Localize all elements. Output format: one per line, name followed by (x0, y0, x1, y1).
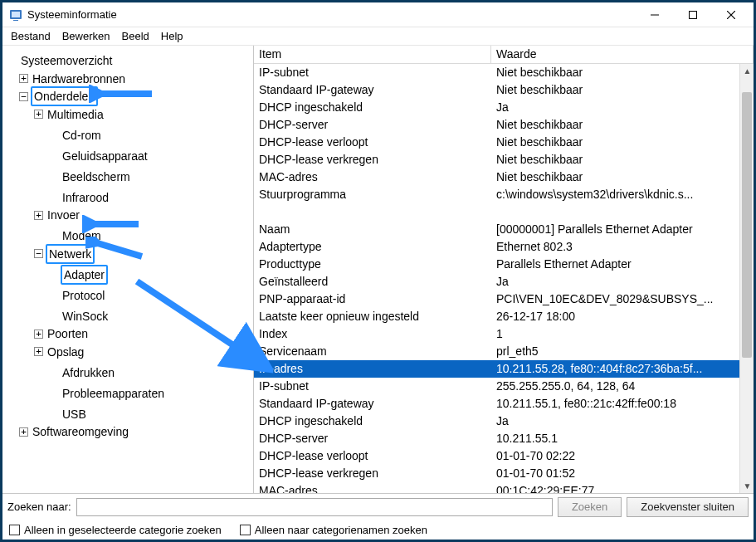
maximize-button[interactable] (674, 2, 712, 27)
expand-icon[interactable]: + (34, 347, 43, 356)
checkbox-icon (240, 525, 251, 535)
scroll-down-icon[interactable]: ▼ (740, 479, 754, 493)
tree-storage[interactable]: Opslag (46, 344, 85, 360)
table-row[interactable]: DHCP-serverNiet beschikbaar (254, 116, 739, 134)
table-row[interactable]: IP-subnetNiet beschikbaar (254, 64, 739, 81)
tree-infrared[interactable]: Infrarood (61, 189, 110, 206)
row-value: prl_eth5 (491, 343, 739, 360)
row-key: DHCP ingeschakeld (254, 99, 491, 116)
scroll-up-icon[interactable]: ▲ (740, 64, 754, 78)
columns-header: Item Waarde (254, 46, 754, 64)
collapse-icon[interactable]: − (34, 249, 43, 258)
table-row[interactable]: DHCP-lease verkregenNiet beschikbaar (254, 151, 739, 168)
category-tree[interactable]: Systeemoverzicht +Hardwarebronnen −Onder… (4, 48, 251, 440)
table-row[interactable]: Index1 (254, 325, 739, 343)
table-row[interactable]: PNP-apparaat-idPCI\VEN_10EC&DEV_8029&SUB… (254, 291, 739, 308)
table-row[interactable]: ProducttypeParallels Ethernet Adapter (254, 256, 739, 273)
tree-modem[interactable]: Modem (61, 227, 103, 244)
blank-row (254, 203, 739, 221)
tree-multimedia[interactable]: Multimedia (46, 106, 105, 123)
row-value: Niet beschikbaar (491, 116, 739, 134)
row-key: Adaptertype (254, 238, 491, 256)
row-value: Ethernet 802.3 (491, 238, 739, 256)
tree-usb[interactable]: USB (61, 406, 88, 422)
table-row[interactable]: DHCP-lease verlooptNiet beschikbaar (254, 134, 739, 151)
expand-icon[interactable]: + (34, 110, 43, 119)
table-row[interactable]: IP-adres10.211.55.28, fe80::404f:8c27:36… (254, 360, 739, 378)
table-row[interactable]: IP-subnet255.255.255.0, 64, 128, 64 (254, 378, 739, 395)
expand-icon[interactable]: + (19, 427, 28, 437)
tree-overview[interactable]: Systeemoverzicht (19, 52, 114, 69)
tree-winsock[interactable]: WinSock (61, 308, 110, 325)
vertical-scrollbar[interactable]: ▲ ▼ (739, 64, 754, 493)
search-input[interactable] (76, 498, 553, 516)
menu-file[interactable]: Bestand (6, 28, 56, 45)
collapse-icon[interactable]: − (19, 92, 28, 101)
minimize-button[interactable] (636, 2, 674, 27)
row-key: DHCP-server (254, 116, 491, 134)
details-rows[interactable]: IP-subnetNiet beschikbaarStandaard IP-ga… (254, 64, 754, 493)
svg-rect-1 (12, 12, 20, 17)
row-value: 10.211.55.1, fe80::21c:42ff:fe00:18 (491, 395, 739, 413)
app-icon (9, 8, 22, 22)
scroll-thumb[interactable] (742, 92, 752, 358)
row-key: Stuurprogramma (254, 186, 491, 203)
row-key: IP-adres (254, 360, 491, 378)
table-row[interactable]: Standaard IP-gatewayNiet beschikbaar (254, 81, 739, 99)
search-button[interactable]: Zoeken (558, 497, 622, 517)
expand-icon[interactable]: + (34, 211, 43, 220)
table-row[interactable]: Laatste keer opnieuw ingesteld26-12-17 1… (254, 308, 739, 325)
svg-rect-2 (13, 20, 18, 21)
opt-category-names[interactable]: Alleen naar categorienamen zoeken (240, 524, 427, 536)
row-key: Servicenaam (254, 343, 491, 360)
tree-software[interactable]: Softwareomgeving (31, 423, 130, 440)
table-row[interactable]: DHCP-lease verkregen01-01-70 01:52 (254, 465, 739, 482)
row-key: Standaard IP-gateway (254, 395, 491, 413)
opt-selected-category[interactable]: Alleen in geselecteerde categorie zoeken (9, 524, 222, 536)
table-row[interactable]: DHCP ingeschakeldJa (254, 99, 739, 116)
tree-adapter[interactable]: Adapter (61, 265, 108, 285)
tree-display[interactable]: Beeldscherm (61, 168, 132, 185)
table-row[interactable]: Servicenaamprl_eth5 (254, 343, 739, 360)
row-value: 10.211.55.28, fe80::404f:8c27:36ba:5f... (491, 360, 739, 378)
row-key: DHCP-lease verkregen (254, 465, 491, 482)
row-key: IP-subnet (254, 64, 491, 81)
table-row[interactable]: Standaard IP-gateway10.211.55.1, fe80::2… (254, 395, 739, 413)
row-value: Ja (491, 413, 739, 430)
row-key: Laatste keer opnieuw ingesteld (254, 308, 491, 325)
table-row[interactable]: DHCP-server10.211.55.1 (254, 430, 739, 447)
close-button[interactable] (712, 2, 750, 27)
tree-network[interactable]: Netwerk (46, 244, 95, 264)
table-row[interactable]: Stuurprogrammac:\windows\system32\driver… (254, 186, 739, 203)
menu-help[interactable]: Help (156, 28, 188, 45)
close-search-button[interactable]: Zoekvenster sluiten (627, 497, 749, 517)
tree-printing[interactable]: Afdrukken (61, 364, 116, 381)
expand-icon[interactable]: + (19, 74, 28, 83)
tree-audio[interactable]: Geluidsapparaat (61, 148, 149, 164)
row-value: Ja (491, 99, 739, 116)
tree-problem[interactable]: Probleemapparaten (61, 385, 166, 402)
tree-protocol[interactable]: Protocol (61, 287, 106, 304)
column-item[interactable]: Item (254, 46, 491, 63)
details-pane: Item Waarde IP-subnetNiet beschikbaarSta… (254, 46, 754, 493)
table-row[interactable]: MAC-adres00:1C:42:29:EE:77 (254, 482, 739, 493)
tree-hardware[interactable]: Hardwarebronnen (31, 71, 127, 87)
row-key: DHCP ingeschakeld (254, 413, 491, 430)
table-row[interactable]: MAC-adresNiet beschikbaar (254, 168, 739, 186)
table-row[interactable]: DHCP ingeschakeldJa (254, 413, 739, 430)
tree-input[interactable]: Invoer (46, 207, 81, 223)
row-key: DHCP-lease verloopt (254, 447, 491, 465)
expand-icon[interactable]: + (34, 330, 43, 339)
menu-edit[interactable]: Bewerken (57, 28, 115, 45)
menu-view[interactable]: Beeld (117, 28, 154, 45)
table-row[interactable]: GeïnstalleerdJa (254, 273, 739, 291)
table-row[interactable]: DHCP-lease verloopt01-01-70 02:22 (254, 447, 739, 465)
column-value[interactable]: Waarde (491, 46, 754, 63)
tree-ports[interactable]: Poorten (46, 325, 90, 342)
table-row[interactable]: Naam[00000001] Parallels Ethernet Adapte… (254, 221, 739, 238)
row-key: MAC-adres (254, 482, 491, 493)
tree-components[interactable]: Onderdelen (31, 86, 98, 106)
table-row[interactable]: AdaptertypeEthernet 802.3 (254, 238, 739, 256)
tree-cdrom[interactable]: Cd-rom (61, 127, 103, 144)
row-value: 26-12-17 18:00 (491, 308, 739, 325)
